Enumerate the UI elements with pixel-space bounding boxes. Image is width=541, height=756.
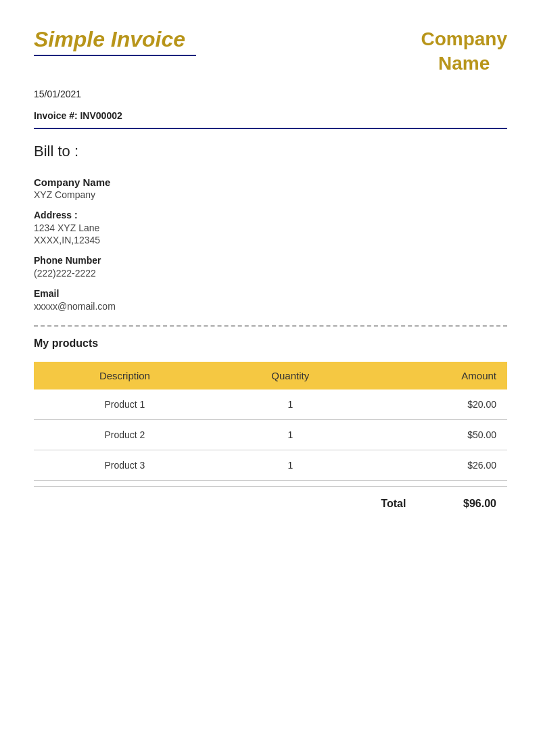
row-quantity: 1 [216,450,365,480]
client-company-value: XYZ Company [34,189,507,200]
table-row: Product 2 1 $50.00 [34,419,507,450]
invoice-date: 15/01/2021 [34,89,81,99]
date-line: 15/01/2021 [34,89,507,99]
client-address-section: Address : 1234 XYZ Lane XXXX,IN,12345 [34,210,507,245]
email-value: xxxxx@nomail.com [34,301,507,312]
client-phone-section: Phone Number (222)222-2222 [34,255,507,279]
header-left: Simple Invoice [34,27,196,56]
client-email-section: Email xxxxx@nomail.com [34,288,507,312]
total-label: Total [324,498,463,510]
address-line2: XXXX,IN,12345 [34,235,507,245]
table-header-row: Description Quantity Amount [34,362,507,389]
address-label: Address : [34,210,507,220]
col-description: Description [34,362,216,389]
row-description: Product 3 [34,450,216,480]
row-quantity: 1 [216,389,365,420]
company-name-header: CompanyName [421,27,507,76]
client-company-section: Company Name XYZ Company [34,176,507,200]
title-underline [34,55,196,56]
products-table: Description Quantity Amount Product 1 1 … [34,362,507,481]
bill-to-label: Bill to : [34,143,507,160]
col-quantity: Quantity [216,362,365,389]
email-label: Email [34,288,507,299]
invoice-number-label: Invoice #: [34,110,78,121]
phone-value: (222)222-2222 [34,268,507,279]
invoice-number-line: Invoice #: INV00002 [34,110,507,121]
phone-label: Phone Number [34,255,507,266]
my-products-label: My products [34,337,507,350]
row-amount: $26.00 [365,450,507,480]
header: Simple Invoice CompanyName [34,27,507,76]
invoice-number-value: INV00002 [80,110,122,121]
address-line1: 1234 XYZ Lane [34,222,507,233]
table-row: Product 1 1 $20.00 [34,389,507,420]
client-company-label: Company Name [34,176,507,188]
total-value: $96.00 [463,498,496,510]
col-amount: Amount [365,362,507,389]
dashed-divider [34,325,507,327]
row-description: Product 2 [34,419,216,450]
company-name-text: CompanyName [421,27,507,76]
row-quantity: 1 [216,419,365,450]
invoice-divider [34,128,507,129]
row-amount: $20.00 [365,389,507,420]
table-row: Product 3 1 $26.00 [34,450,507,480]
total-row: Total $96.00 [34,486,507,510]
row-description: Product 1 [34,389,216,420]
invoice-title: Simple Invoice [34,27,196,52]
row-amount: $50.00 [365,419,507,450]
